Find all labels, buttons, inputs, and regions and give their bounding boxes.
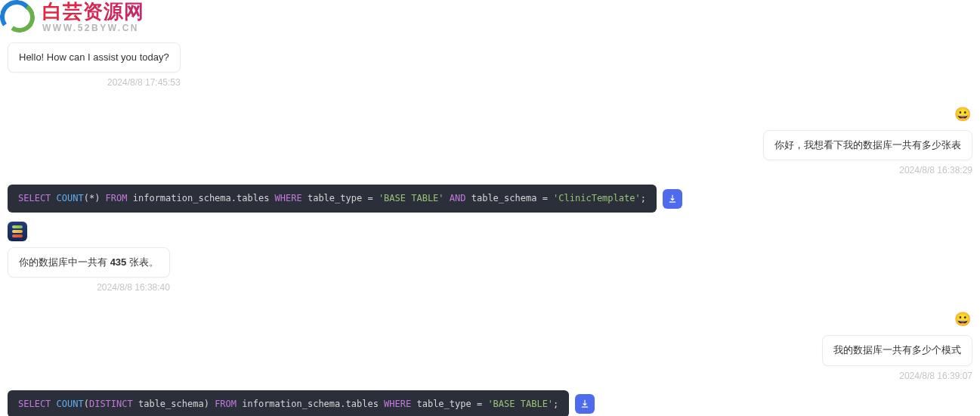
download-button[interactable]	[663, 189, 682, 209]
assistant-bubble: 你的数据库中一共有 435 张表。	[8, 247, 170, 278]
download-button[interactable]	[575, 394, 595, 414]
code-block-row: SELECT COUNT(DISTINCT table_schema) FROM…	[8, 390, 972, 416]
user-bubble: 你好，我想看下我的数据库一共有多少张表	[763, 130, 972, 160]
sql-code-block[interactable]: SELECT COUNT(DISTINCT table_schema) FROM…	[8, 390, 569, 416]
chat-thread: Hello! How can I assist you today? 2024/…	[0, 0, 980, 416]
download-icon	[667, 194, 678, 204]
sql-code-block[interactable]: SELECT COUNT(*) FROM information_schema.…	[8, 185, 657, 213]
smiley-icon: 😀	[954, 106, 971, 123]
answer-suffix: 张表。	[126, 256, 159, 268]
smiley-icon: 😀	[954, 311, 971, 328]
user-bubble: 我的数据库一共有多少个模式	[822, 335, 972, 365]
assistant-avatar-row	[8, 222, 972, 241]
user-avatar-row: 😀	[8, 309, 972, 329]
user-avatar: 😀	[953, 104, 972, 124]
code-block-row: SELECT COUNT(*) FROM information_schema.…	[8, 185, 972, 213]
answer-prefix: 你的数据库中一共有	[19, 256, 110, 268]
user-avatar: 😀	[953, 309, 972, 329]
message-timestamp: 2024/8/8 16:39:07	[899, 371, 972, 381]
user-avatar-row: 😀	[8, 104, 972, 124]
assistant-message-row: 你的数据库中一共有 435 张表。 2024/8/8 16:38:40	[8, 247, 972, 293]
user-text: 我的数据库一共有多少个模式	[833, 344, 961, 355]
assistant-bubble: Hello! How can I assist you today?	[8, 42, 181, 73]
message-timestamp: 2024/8/8 17:45:53	[107, 77, 181, 88]
message-timestamp: 2024/8/8 16:38:40	[97, 282, 170, 293]
assistant-text: Hello! How can I assist you today?	[19, 51, 169, 63]
db-layer-icon	[12, 234, 23, 237]
database-avatar	[8, 222, 27, 241]
assistant-message-row: Hello! How can I assist you today? 2024/…	[8, 42, 972, 88]
user-message-row: 我的数据库一共有多少个模式 2024/8/8 16:39:07	[8, 335, 972, 380]
download-icon	[580, 399, 590, 409]
db-layer-icon	[12, 225, 23, 228]
user-text: 你好，我想看下我的数据库一共有多少张表	[774, 139, 961, 151]
user-message-row: 你好，我想看下我的数据库一共有多少张表 2024/8/8 16:38:29	[8, 130, 972, 175]
message-timestamp: 2024/8/8 16:38:29	[899, 165, 972, 175]
answer-value: 435	[110, 256, 127, 268]
db-layer-icon	[12, 230, 23, 233]
